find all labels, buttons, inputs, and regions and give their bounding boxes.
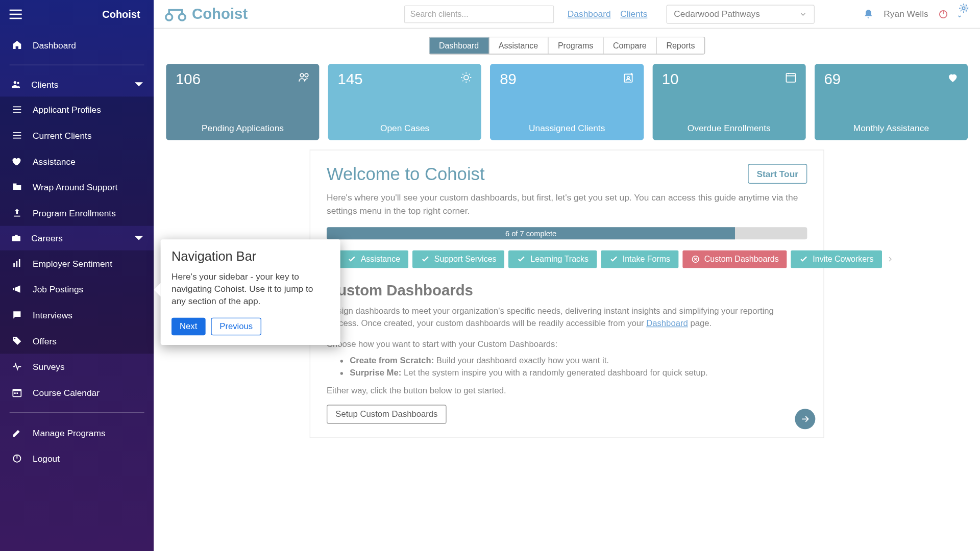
tour-previous-button[interactable]: Previous — [211, 317, 262, 335]
top-link-dashboard[interactable]: Dashboard — [568, 9, 611, 19]
nav-label: Wrap Around Support — [33, 182, 117, 192]
check-icon — [799, 254, 809, 264]
chip-label: Support Services — [434, 254, 497, 264]
tab-compare[interactable]: Compare — [603, 37, 656, 54]
chevron-down-icon — [135, 82, 143, 86]
svg-point-0 — [14, 81, 16, 84]
sun-icon — [460, 71, 474, 85]
svg-rect-7 — [13, 138, 21, 139]
card-monthly-assistance[interactable]: 69 Monthly Assistance — [815, 64, 968, 140]
card-unassigned-clients[interactable]: 89 Unassigned Clients — [491, 64, 644, 140]
chip-label: Assistance — [361, 254, 400, 264]
card-label: Pending Applications — [166, 123, 319, 133]
nav-group-clients[interactable]: Clients — [0, 72, 154, 96]
welcome-panel: Welcome to Cohoist Start Tour Here's whe… — [310, 149, 824, 438]
chips-row: Assistance Support Services Learning Tra… — [327, 250, 807, 268]
card-label: Monthly Assistance — [815, 123, 968, 133]
chip-intake-forms[interactable]: Intake Forms — [601, 250, 678, 268]
hamburger-icon[interactable] — [10, 9, 22, 19]
check-icon — [517, 254, 527, 264]
svg-point-21 — [166, 14, 173, 20]
svg-rect-9 — [12, 236, 20, 241]
user-name[interactable]: Ryan Wells — [884, 9, 928, 19]
nav-offers[interactable]: Offers — [0, 328, 154, 354]
chip-invite-coworkers[interactable]: Invite Coworkers — [791, 250, 882, 268]
nav-group-careers[interactable]: Careers — [0, 226, 154, 251]
nav-program-enrollments[interactable]: Program Enrollments — [0, 200, 154, 226]
nav-current-clients[interactable]: Current Clients — [0, 122, 154, 148]
bell-icon[interactable] — [863, 9, 874, 19]
svg-point-25 — [962, 7, 965, 9]
divider — [10, 65, 144, 65]
stat-cards: 106 Pending Applications 145 Open Cases … — [154, 55, 980, 146]
chip-support-services[interactable]: Support Services — [412, 250, 505, 268]
nav-dashboard[interactable]: Dashboard — [0, 32, 154, 58]
power-icon[interactable] — [938, 9, 948, 19]
nav-employer-sentiment[interactable]: Employer Sentiment — [0, 251, 154, 277]
nav-assistance[interactable]: Assistance — [0, 148, 154, 174]
sidebar-brand: Cohoist — [102, 8, 140, 20]
nav-label: Surveys — [33, 362, 65, 372]
nav-surveys[interactable]: Surveys — [0, 354, 154, 380]
nav-label: Course Calendar — [33, 387, 100, 397]
card-open-cases[interactable]: 145 Open Cases — [328, 64, 481, 140]
chevron-right-icon[interactable] — [886, 255, 894, 263]
tour-next-button[interactable]: Next — [172, 317, 205, 335]
power-icon — [11, 453, 23, 465]
search-wrap — [404, 5, 554, 23]
start-tour-button[interactable]: Start Tour — [748, 164, 807, 184]
bullet-bold: Create from Scratch: — [350, 356, 434, 366]
card-number: 10 — [662, 71, 796, 89]
nav-label: Logout — [33, 454, 60, 464]
org-select[interactable]: Cedarwood Pathways — [667, 5, 815, 23]
nav-label: Offers — [33, 336, 57, 346]
card-overdue-enrollments[interactable]: 10 Overdue Enrollments — [652, 64, 805, 140]
svg-rect-17 — [14, 392, 16, 394]
gear-icon[interactable] — [958, 3, 969, 26]
check-icon — [609, 254, 619, 264]
next-step-fab[interactable] — [795, 409, 815, 430]
heart-icon — [946, 71, 960, 85]
progress-label: 6 of 7 complete — [327, 227, 735, 239]
chip-label: Invite Coworkers — [813, 254, 873, 264]
svg-rect-16 — [13, 389, 21, 391]
dashboard-link[interactable]: Dashboard — [646, 319, 688, 329]
nav-wrap-around[interactable]: Wrap Around Support — [0, 174, 154, 200]
bullet-text: Build your dashboard exactly how you wan… — [434, 356, 609, 366]
chip-learning-tracks[interactable]: Learning Tracks — [509, 250, 597, 268]
list-item: Create from Scratch: Build your dashboar… — [350, 356, 807, 366]
nav-label: Applicant Profiles — [33, 105, 101, 115]
search-input[interactable] — [404, 5, 554, 23]
svg-point-14 — [14, 338, 16, 339]
setup-dashboards-button[interactable]: Setup Custom Dashboards — [327, 405, 447, 424]
arrow-right-icon — [800, 414, 811, 424]
chip-custom-dashboards[interactable]: Custom Dashboards — [682, 250, 787, 268]
bullet-text: Let the system inspire you with a random… — [401, 368, 707, 378]
chip-assistance[interactable]: Assistance — [339, 250, 408, 268]
calendar-icon — [784, 71, 798, 85]
section-text: Design dashboards to meet your organizat… — [327, 305, 807, 330]
bullet-list: Create from Scratch: Build your dashboar… — [350, 356, 807, 378]
tab-dashboard[interactable]: Dashboard — [429, 37, 489, 54]
sidebar: Cohoist Dashboard Clients Applicant Prof… — [0, 0, 154, 551]
brand-logo-icon — [165, 6, 187, 22]
upload-icon — [11, 207, 23, 219]
svg-point-28 — [464, 76, 469, 80]
nav-applicant-profiles[interactable]: Applicant Profiles — [0, 96, 154, 122]
top-link-clients[interactable]: Clients — [620, 9, 647, 19]
nav-manage-programs[interactable]: Manage Programs — [0, 420, 154, 446]
tag-icon — [11, 335, 23, 347]
nav-dashboard-label: Dashboard — [33, 40, 76, 50]
tab-programs[interactable]: Programs — [548, 37, 603, 54]
section-text-b: page. — [688, 319, 712, 329]
nav-job-postings[interactable]: Job Postings — [0, 276, 154, 302]
nav-logout[interactable]: Logout — [0, 445, 154, 471]
nav-course-calendar[interactable]: Course Calendar — [0, 380, 154, 406]
svg-rect-18 — [16, 392, 18, 394]
chip-label: Learning Tracks — [530, 254, 589, 264]
top-links: Dashboard Clients — [568, 9, 647, 19]
tab-assistance[interactable]: Assistance — [489, 37, 548, 54]
nav-interviews[interactable]: Interviews — [0, 302, 154, 328]
tab-reports[interactable]: Reports — [657, 37, 704, 54]
card-pending-applications[interactable]: 106 Pending Applications — [166, 64, 319, 140]
